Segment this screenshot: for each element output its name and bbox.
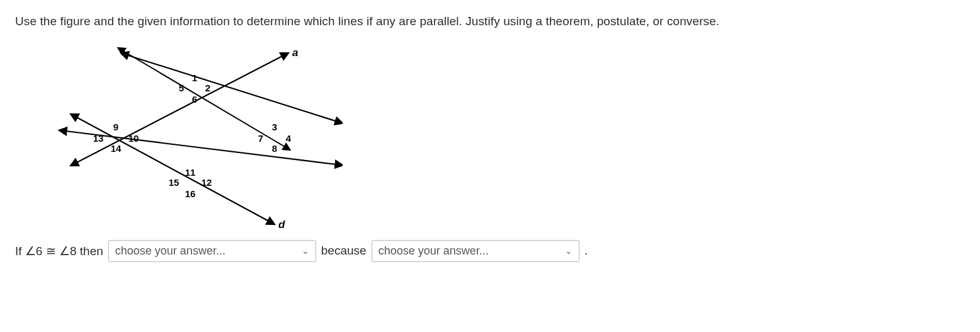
line-label-d: d bbox=[278, 219, 285, 231]
figure-svg: a b c d 1 2 5 6 3 4 7 8 9 10 13 bbox=[40, 42, 343, 231]
svg-line-2 bbox=[122, 54, 341, 123]
angle-9: 9 bbox=[113, 122, 118, 132]
figure-wrap: a b c d 1 2 5 6 3 4 7 8 9 10 13 bbox=[15, 42, 965, 231]
sentence-period: . bbox=[584, 244, 588, 258]
instructions-text: Use the figure and the given information… bbox=[15, 13, 965, 31]
geometry-figure: a b c d 1 2 5 6 3 4 7 8 9 10 13 bbox=[40, 42, 343, 231]
angle-2: 2 bbox=[205, 83, 210, 93]
angle-6: 6 bbox=[192, 94, 197, 105]
answer-select-2[interactable]: choose your answer... ⌄ bbox=[372, 240, 579, 262]
angle-7: 7 bbox=[258, 133, 263, 144]
question-prefix: If ∠6 ≅ ∠8 then bbox=[15, 244, 103, 258]
answer-select-2-placeholder: choose your answer... bbox=[379, 244, 489, 258]
angle-14: 14 bbox=[111, 143, 122, 154]
angle-8: 8 bbox=[272, 143, 277, 154]
angle-10: 10 bbox=[128, 133, 139, 144]
angle-1: 1 bbox=[192, 72, 197, 83]
angle-3: 3 bbox=[272, 122, 277, 132]
answer-select-1-placeholder: choose your answer... bbox=[115, 244, 225, 258]
angle-12: 12 bbox=[202, 177, 212, 188]
angle-5: 5 bbox=[179, 83, 184, 93]
angle-15: 15 bbox=[169, 177, 179, 188]
chevron-down-icon: ⌄ bbox=[302, 246, 309, 256]
angle-13: 13 bbox=[93, 133, 104, 144]
angle-16: 16 bbox=[185, 188, 196, 199]
answer-select-1[interactable]: choose your answer... ⌄ bbox=[108, 240, 316, 262]
svg-line-5 bbox=[72, 115, 273, 224]
line-label-a: a bbox=[292, 47, 298, 59]
answer-row: If ∠6 ≅ ∠8 then choose your answer... ⌄ … bbox=[15, 240, 965, 262]
question-mid: because bbox=[321, 244, 367, 258]
angle-4: 4 bbox=[286, 133, 292, 144]
chevron-down-icon: ⌄ bbox=[565, 246, 573, 256]
angle-11: 11 bbox=[185, 167, 196, 178]
svg-line-1 bbox=[72, 54, 287, 165]
